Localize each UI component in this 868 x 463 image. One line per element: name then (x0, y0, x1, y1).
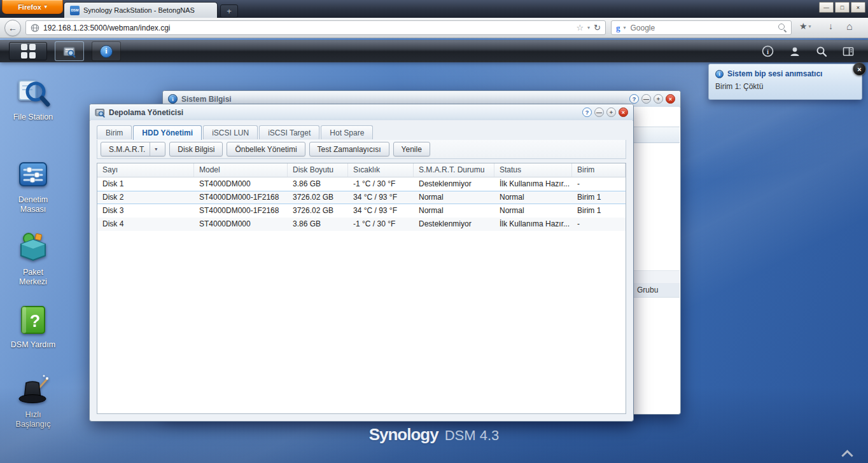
desktop-icon-quick-start[interactable]: Hızlı Başlangıç (3, 373, 64, 429)
minimize-button[interactable]: — (641, 94, 651, 104)
col-status[interactable]: Status (494, 163, 572, 177)
search-input[interactable] (629, 23, 775, 33)
table-row-disk4[interactable]: Disk 4 ST4000DM000 3.86 GB -1 °C / 30 °F… (97, 218, 626, 231)
collapse-desktop-chevron-icon[interactable] (841, 449, 853, 458)
cell-temp: 34 °C / 93 °F (348, 191, 414, 204)
cell-volume: - (572, 218, 626, 231)
table-row-disk3[interactable]: Disk 3 ST4000DM000-1F2168 3726.02 GB 34 … (97, 204, 626, 218)
home-button[interactable]: ⌂ (846, 21, 853, 32)
notification-close-button[interactable]: × (853, 62, 866, 76)
dsm-favicon-icon: DSM (70, 6, 80, 15)
cell-smart: Desteklenmiyor (414, 218, 494, 231)
cache-management-button[interactable]: Önbellek Yönetimi (227, 142, 305, 156)
maximize-button[interactable]: + (606, 107, 616, 117)
globe-icon (31, 24, 39, 32)
disk-info-button[interactable]: Disk Bilgisi (169, 142, 223, 156)
col-birim[interactable]: Birim (572, 163, 626, 177)
search-box[interactable]: g ▾ (611, 20, 792, 35)
main-menu-button[interactable] (9, 42, 47, 60)
url-dropdown-icon[interactable]: ▾ (587, 25, 590, 31)
tab-hot-spare[interactable]: Hot Spare (321, 125, 373, 139)
browser-titlebar: Firefox ▾ DSM Synology RackStation - Bet… (0, 0, 868, 18)
cell-size: 3726.02 GB (288, 204, 348, 218)
group-label: Grubu (637, 286, 658, 294)
tab-iscsi-lun[interactable]: iSCSI LUN (203, 125, 258, 139)
test-scheduler-button[interactable]: Test Zamanlayıcısı (309, 142, 389, 156)
dsm-watermark: SynologyDSM 4.3 (0, 425, 868, 445)
cell-model: ST4000DM000 (194, 218, 288, 231)
maximize-window-button[interactable]: □ (835, 2, 850, 13)
desktop-icon-package-center[interactable]: Paket Merkezi (3, 230, 64, 287)
storage-manager-titlebar[interactable]: Depolama Yöneticisi ? — + × (90, 104, 633, 121)
chevron-down-icon: ▾ (150, 142, 157, 156)
help-button[interactable]: ? (629, 94, 639, 104)
minimize-window-button[interactable]: — (819, 2, 834, 13)
watermark-version: DSM 4.3 (445, 427, 500, 443)
cell-smart: Normal (414, 191, 494, 204)
firefox-menu-button[interactable]: Firefox ▾ (2, 0, 63, 14)
apps-grid-icon (21, 44, 36, 59)
notification-body: Birim 1: Çöktü (715, 82, 855, 91)
close-button[interactable]: × (619, 107, 628, 117)
close-window-button[interactable]: × (851, 2, 865, 13)
bookmarks-menu-button[interactable]: ★ ▾ (799, 21, 811, 31)
search-engine-dropdown-icon[interactable]: ▾ (624, 25, 626, 31)
maximize-button[interactable]: + (654, 94, 663, 104)
browser-navbar: ← 192.168.1.23:5000/webman/index.cgi ☆ ▾… (0, 18, 868, 38)
smart-button[interactable]: S.M.A.R.T. ▾ (101, 142, 165, 156)
search-icon[interactable] (778, 24, 787, 32)
svg-text:i: i (767, 48, 769, 55)
help-button[interactable]: ? (582, 107, 592, 117)
cell-status: Normal (494, 191, 572, 204)
taskbar-right-icons: i (762, 45, 859, 57)
desktop-icon-dsm-help[interactable]: ? DSM Yardım (3, 303, 64, 350)
search-icon[interactable] (816, 46, 827, 57)
bookmark-star-icon[interactable]: ☆ (576, 23, 584, 32)
desktop-icon-label: DSM Yardım (9, 340, 57, 350)
system-info-icon: i (100, 45, 113, 58)
cell-volume: - (572, 177, 626, 191)
storage-manager-window: Depolama Yöneticisi ? — + × Birim HDD Yö… (89, 104, 634, 422)
desktop-icon-label: File Station (9, 113, 57, 122)
close-button[interactable]: × (666, 94, 675, 104)
col-sayi[interactable]: Sayı (97, 163, 194, 177)
desktop-icon-control-panel[interactable]: Denetim Masası (3, 158, 64, 214)
cell-status: İlk Kullanıma Hazır... (494, 177, 572, 191)
table-row-disk1[interactable]: Disk 1 ST4000DM000 3.86 GB -1 °C / 30 °F… (97, 177, 626, 191)
refresh-button[interactable]: Yenile (393, 142, 430, 156)
pilot-view-icon[interactable] (843, 46, 854, 57)
browser-tab[interactable]: DSM Synology RackStation - BetongNAS (64, 2, 218, 18)
tab-strip: Birim HDD Yönetimi iSCSI LUN iSCSI Targe… (97, 125, 626, 141)
col-disk-boyutu[interactable]: Disk Boyutu (288, 163, 348, 177)
cell-size: 3.86 GB (288, 177, 348, 191)
tab-hdd-yonetimi[interactable]: HDD Yönetimi (133, 125, 202, 140)
url-bar[interactable]: 192.168.1.23:5000/webman/index.cgi ☆ ▾ ↻ (25, 20, 606, 35)
col-model[interactable]: Model (194, 163, 288, 177)
cell-status: Normal (494, 204, 572, 218)
info-outline-icon[interactable]: i (762, 45, 774, 57)
downloads-button[interactable]: ↓ (829, 21, 833, 31)
table-header: Sayı Model Disk Boyutu Sıcaklık S.M.A.R.… (97, 163, 626, 177)
chevron-down-icon: ▾ (45, 4, 47, 10)
dsm-taskbar: i i (0, 40, 868, 62)
taskbar-storage-manager-button[interactable] (55, 41, 84, 61)
cell-number: Disk 1 (97, 177, 194, 191)
storage-manager-icon (95, 107, 105, 118)
window-controls: ? — + × (629, 94, 675, 104)
cell-smart: Desteklenmiyor (414, 177, 494, 191)
new-tab-button[interactable]: + (220, 4, 238, 18)
reload-icon[interactable]: ↻ (594, 23, 601, 32)
table-row-disk2-selected[interactable]: Disk 2 ST4000DM000-1F2168 3726.02 GB 34 … (97, 191, 626, 204)
info-icon: i (715, 70, 724, 78)
col-sicaklik[interactable]: Sıcaklık (348, 163, 414, 177)
desktop-icon-file-station[interactable]: File Station (3, 75, 64, 122)
tab-iscsi-target[interactable]: iSCSI Target (259, 125, 319, 139)
user-icon[interactable] (789, 46, 801, 57)
taskbar-system-info-button[interactable]: i (92, 41, 121, 61)
col-smart-durumu[interactable]: S.M.A.R.T. Durumu (414, 163, 494, 177)
back-button[interactable]: ← (4, 20, 21, 36)
table-body: Disk 1 ST4000DM000 3.86 GB -1 °C / 30 °F… (97, 177, 626, 231)
minimize-button[interactable]: — (594, 107, 604, 117)
tab-birim[interactable]: Birim (97, 125, 132, 139)
cell-number: Disk 4 (97, 218, 194, 231)
